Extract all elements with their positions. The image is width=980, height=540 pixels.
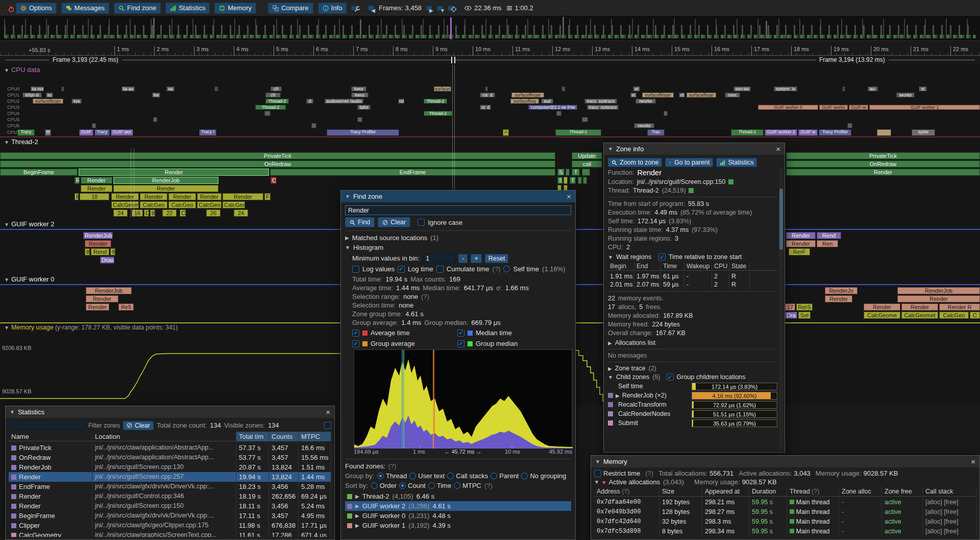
filter-zones-input[interactable] — [9, 420, 85, 430]
memory-button[interactable]: Memory — [214, 3, 256, 14]
timeline-zone[interactable] — [583, 177, 587, 184]
column-mtpc[interactable]: MTPC — [299, 432, 331, 441]
cpu-zone[interactable] — [556, 111, 561, 116]
child-zone-row[interactable]: RecalcTransform 72.92 μs (1.62%) — [608, 401, 777, 409]
histogram-expander[interactable]: ▼Histogram — [345, 244, 571, 251]
cpu-zone[interactable] — [357, 117, 362, 122]
cpu-zone[interactable]: kwor — [351, 86, 366, 91]
memory-titlebar[interactable]: ▼Memory × — [591, 456, 979, 467]
statistics-row[interactable]: EndFrame jni/../jni/src/claw/gfx/drv/vk/… — [9, 482, 331, 491]
column-name[interactable]: Name — [9, 432, 92, 441]
timeline-zone[interactable]: RenderJob — [897, 287, 980, 294]
cpu-zone[interactable]: st — [919, 86, 927, 91]
timeline-zone[interactable]: C — [970, 312, 980, 319]
statistics-row[interactable]: CalcGeometry jni/../jni/src/claw/graphic… — [9, 530, 331, 537]
restrict-time-checkbox[interactable] — [594, 470, 601, 477]
close-icon[interactable]: × — [971, 458, 975, 465]
clear-filter-button[interactable]: Clear — [123, 421, 154, 430]
ignore-case-checkbox[interactable] — [418, 219, 425, 226]
sort-by-option[interactable]: Order — [371, 482, 397, 489]
timeline-zone[interactable]: PrivateTick — [0, 152, 555, 159]
cumulate-time-checkbox[interactable] — [436, 266, 444, 273]
cpu-zone[interactable]: syste — [912, 129, 935, 136]
timeline-zone[interactable] — [566, 169, 570, 176]
cpu-zone[interactable]: composer@2.1-se [Hw — [528, 105, 577, 110]
find-zone-button[interactable]: Find zone — [114, 3, 161, 14]
cpu-zone[interactable]: GUIF worker 2 — [765, 129, 797, 136]
column-counts[interactable]: Counts — [269, 432, 299, 441]
close-icon[interactable]: × — [567, 193, 571, 200]
timeline-zone[interactable]: 22 — [162, 209, 177, 217]
goto-frame-button[interactable] — [448, 6, 454, 11]
timeline-zone[interactable]: F — [75, 193, 79, 200]
cpu-zone[interactable]: GUIF wor — [111, 129, 133, 136]
cpu-zone[interactable]: au- — [868, 86, 878, 91]
timeline-zone[interactable]: 24 — [234, 209, 248, 217]
cpu-zone[interactable]: sy — [46, 92, 53, 98]
cpu-zone[interactable]: GUIF-w — [849, 105, 868, 110]
statistics-row[interactable]: RenderJob jni/../jni/src/guif/Screen.cpp… — [9, 462, 331, 472]
cpu-zone[interactable]: GUIF worker 0 — [758, 105, 818, 110]
legend-item[interactable]: Median time — [457, 329, 559, 337]
timeline-zone[interactable]: Render — [901, 303, 938, 311]
group-children-checkbox[interactable] — [667, 373, 674, 381]
statistics-row[interactable]: Render jni/../jni/src/guif/Control.cpp:3… — [9, 491, 331, 501]
timeline-zone[interactable]: Render — [223, 193, 263, 200]
timeline-zone[interactable] — [578, 177, 582, 184]
timeline-zone[interactable]: RerF — [789, 248, 810, 255]
statistics-table-header[interactable]: Name Location Total tim Counts MTPC — [9, 432, 331, 441]
cpu-zone[interactable] — [664, 111, 668, 116]
cpu-zone[interactable]: surfaceflinger — [33, 99, 63, 104]
cpu-zone[interactable]: GUIF worke — [819, 105, 848, 110]
allocation-row[interactable]: 0x7dfc53d898 8 bytes 298.34 ms 59.95 s M… — [594, 527, 976, 536]
column-total-time[interactable]: Total tim — [236, 432, 269, 441]
timeline-zone[interactable]: F — [264, 193, 271, 200]
timeline-zone[interactable]: Render — [825, 295, 852, 302]
cpu-zone[interactable] — [311, 123, 316, 128]
cpu-zone[interactable]: cfr — [265, 92, 281, 98]
wait-region-row[interactable]: 1.91 ms1.97 ms61 μs-2R — [608, 272, 777, 280]
cpu-zone[interactable]: ot_d — [480, 105, 491, 110]
timeline-zone[interactable]: CalcGeo — [168, 201, 196, 208]
timeline-zone[interactable]: RerS — [796, 303, 813, 311]
timeline-zone[interactable]: BeginFrame — [0, 169, 78, 176]
statistics-row[interactable]: PrivateTick jni/../jni/src/claw/applicat… — [9, 443, 331, 453]
timeline-zone[interactable]: CalcGeo — [140, 201, 167, 208]
info-button[interactable]: Info — [318, 3, 347, 14]
cpu-zone[interactable]: ka sys — [31, 86, 44, 91]
legend-checkbox[interactable] — [352, 340, 359, 347]
zone-info-titlebar[interactable]: ▼Zone info × — [604, 143, 785, 155]
child-zone-row[interactable]: Self time 172.14 μs (3.83%) — [608, 382, 777, 390]
zoom-to-zone-button[interactable]: Zoom to zone — [608, 158, 662, 167]
cpu-zone[interactable] — [877, 129, 891, 136]
cpu-zone[interactable]: Tracy Profiler — [819, 129, 851, 136]
timeline-zone[interactable]: CalcGeome — [111, 201, 139, 208]
cpu-zone[interactable]: sa — [166, 86, 175, 91]
cpu-zone[interactable]: Thread-2 — [265, 99, 289, 104]
cpu-zone[interactable]: tracy_systrace — [584, 99, 617, 104]
timeline-zone[interactable]: 17 — [785, 303, 795, 311]
timeline-zone[interactable]: Render — [897, 295, 980, 302]
find-zone-titlebar[interactable]: ▼Find zone × — [341, 191, 575, 202]
cpu-zone[interactable]: Thread-2 — [555, 129, 601, 136]
compare-button[interactable]: Compare — [268, 3, 313, 14]
cpu-zone[interactable]: Thread-2 — [731, 129, 764, 136]
timeline-zone[interactable]: S — [557, 177, 562, 184]
timeline-zone[interactable]: Render — [197, 193, 222, 200]
cpu-zone[interactable]: et — [633, 86, 640, 91]
cpu-zone[interactable]: tracy_systrace — [587, 105, 619, 110]
cpu-zone[interactable]: Trac — [647, 129, 665, 136]
found-zone-group[interactable]: ▶ GUIF worker 0 (3,231) 4.48 s — [345, 511, 571, 521]
timeline-zone[interactable]: Rend — [817, 232, 841, 239]
statistics-row[interactable]: BeginFrame jni/../jni/src/claw/gfx/drv/v… — [9, 511, 331, 521]
cpu-zone[interactable]: et — [630, 92, 636, 98]
timeline-zone[interactable]: T — [570, 177, 576, 184]
statistics-row[interactable]: Render jni/../jni/src/guif/Screen.cpp:15… — [9, 501, 331, 511]
scrollbar-thumb[interactable] — [779, 189, 783, 250]
timeline-zone[interactable]: Render — [113, 185, 218, 192]
group-by-option[interactable]: Thread — [377, 472, 407, 480]
timeline-zone[interactable]: Render — [79, 169, 269, 176]
options-button[interactable]: Options — [16, 3, 57, 14]
cpu-zone[interactable] — [264, 111, 271, 116]
cpu-zone[interactable]: d — [306, 99, 313, 104]
